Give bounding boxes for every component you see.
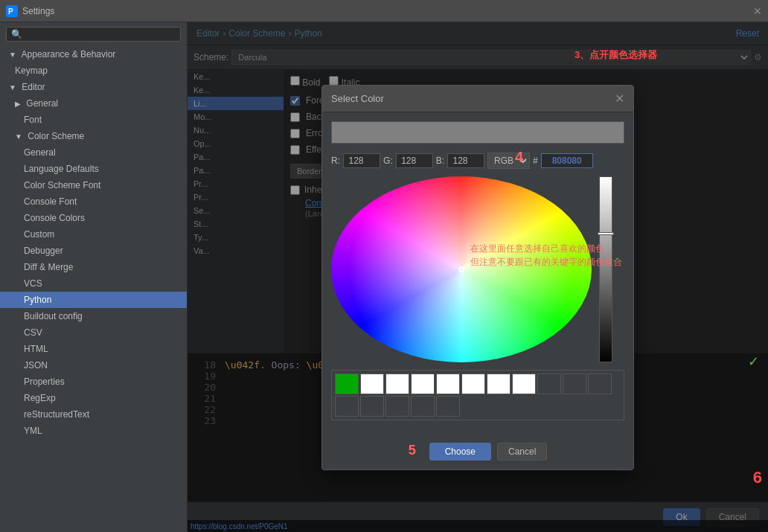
sidebar-item-cs-diff-merge[interactable]: Diff & Merge [0,259,187,275]
sidebar-item-cs-properties[interactable]: Properties [0,374,187,390]
color-wheel-container [331,176,624,362]
sidebar-item-label: RegExp [24,393,56,403]
step5-annotation: 5 [409,443,416,461]
sidebar-search[interactable]: 🔍 [6,27,181,42]
swatch-empty-4[interactable] [335,396,359,417]
choose-button[interactable]: Choose [429,443,491,461]
window-title: Settings [22,6,753,16]
brightness-slider[interactable] [599,176,612,362]
sidebar-item-label: Language Defaults [24,164,99,174]
swatch-5[interactable] [461,374,485,394]
sidebar-item-label: Python [24,295,51,305]
swatch-empty-2[interactable] [563,374,586,394]
sidebar-item-cs-general[interactable]: General [0,144,187,161]
swatch-1[interactable] [360,374,384,394]
sidebar-item-label: Color Scheme Font [24,180,100,190]
sidebar-item-cs-vcs[interactable]: VCS [0,275,187,292]
swatch-7[interactable] [512,374,536,394]
rgb-mode-select[interactable]: RGB HSB [487,153,530,169]
swatch-empty-6[interactable] [385,396,409,417]
swatch-4[interactable] [436,374,460,394]
swatch-empty-5[interactable] [360,396,384,417]
expand-arrow: ▼ [15,132,22,141]
hex-input[interactable] [541,153,593,168]
sidebar-item-cs-debugger[interactable]: Debugger [0,243,187,259]
b-label: B: [436,156,444,166]
sidebar-item-label: Keymap [15,65,48,76]
sidebar-item-label: Editor [22,82,45,92]
swatch-2[interactable] [385,374,409,394]
swatch-empty-3[interactable] [588,374,612,394]
sidebar-item-label: Console Font [24,196,77,207]
close-button[interactable]: ✕ [753,5,762,17]
brightness-handle[interactable] [598,232,614,235]
sidebar-item-cs-csv[interactable]: CSV [0,324,187,341]
title-bar: P Settings ✕ [0,0,768,22]
r-input[interactable] [343,153,380,168]
sidebar-item-label: General [24,147,56,158]
wheel-dot [458,266,464,272]
sidebar-item-keymap[interactable]: Keymap [0,63,187,79]
swatches-container [331,370,624,420]
sidebar-item-cs-console-font[interactable]: Console Font [0,193,187,210]
main-layout: 🔍 ▼ Appearance & Behavior Keymap ▼ Edito… [0,22,768,532]
swatch-empty-1[interactable] [537,374,561,394]
sidebar: 🔍 ▼ Appearance & Behavior Keymap ▼ Edito… [0,22,188,532]
sidebar-item-label: Color Scheme [28,131,84,141]
expand-arrow: ▶ [15,100,21,108]
sidebar-item-cs-python[interactable]: Python [0,292,187,308]
sidebar-item-label: VCS [24,278,42,289]
rgb-row: R: G: B: RGB HSB # [331,153,624,169]
color-preview-strip [331,121,624,144]
sidebar-item-label: reStructuredText [24,409,89,420]
sidebar-item-label: Diff & Merge [24,262,73,272]
swatch-empty-7[interactable] [411,396,435,417]
sidebar-item-label: YML [24,426,42,436]
modal-close-button[interactable]: ✕ [615,92,624,106]
g-label: G: [383,156,393,166]
swatch-empty-8[interactable] [436,396,460,417]
content-area: Editor › Color Scheme › Python Reset Sch… [188,22,768,532]
sidebar-item-label: Debugger [24,246,63,256]
modal-title: Select Color [331,93,384,104]
sidebar-item-cs-yml[interactable]: YML [0,423,187,439]
color-wheel[interactable] [331,176,592,362]
expand-arrow: ▼ [9,51,16,59]
sidebar-item-label: JSON [24,360,48,371]
search-input[interactable] [25,29,176,39]
sidebar-item-cs-regexp[interactable]: RegExp [0,390,187,406]
swatch-6[interactable] [487,374,511,394]
sidebar-item-appearance-behavior[interactable]: ▼ Appearance & Behavior [0,46,187,63]
app-icon: P [6,5,18,17]
modal-body: R: G: B: RGB HSB # [322,112,633,437]
sidebar-item-label: General [26,98,58,109]
sidebar-item-cs-html[interactable]: HTML [0,341,187,357]
select-color-modal: Select Color ✕ R: G: B: [321,85,634,470]
search-icon: 🔍 [11,29,22,39]
svg-text:P: P [8,7,13,16]
expand-arrow: ▼ [9,83,16,92]
sidebar-item-cs-custom[interactable]: Custom [0,226,187,243]
sidebar-item-cs-font[interactable]: Color Scheme Font [0,177,187,193]
modal-overlay: Select Color ✕ R: G: B: [188,22,768,532]
sidebar-item-editor[interactable]: ▼ Editor [0,79,187,95]
swatch-3[interactable] [411,374,435,394]
sidebar-item-color-scheme[interactable]: ▼ Color Scheme [0,128,187,144]
sidebar-item-label: Properties [24,376,65,387]
sidebar-item-label: Console Colors [24,213,85,223]
sidebar-item-cs-lang-defaults[interactable]: Language Defaults [0,161,187,177]
sidebar-item-cs-buildout[interactable]: Buildout config [0,308,187,324]
sidebar-item-cs-console-colors[interactable]: Console Colors [0,210,187,226]
modal-header: Select Color ✕ [322,86,633,112]
sidebar-item-label: HTML [24,344,48,354]
g-input[interactable] [396,153,433,168]
sidebar-item-font[interactable]: Font [0,112,187,128]
sidebar-item-cs-restructured[interactable]: reStructuredText [0,406,187,423]
sidebar-item-cs-json[interactable]: JSON [0,357,187,374]
sidebar-item-label: Buildout config [24,311,83,321]
sidebar-item-general[interactable]: ▶ General [0,95,187,112]
cancel-color-button[interactable]: Cancel [497,443,547,461]
b-input[interactable] [447,153,484,168]
swatch-green[interactable] [335,374,359,394]
sidebar-item-label: Custom [24,229,54,240]
